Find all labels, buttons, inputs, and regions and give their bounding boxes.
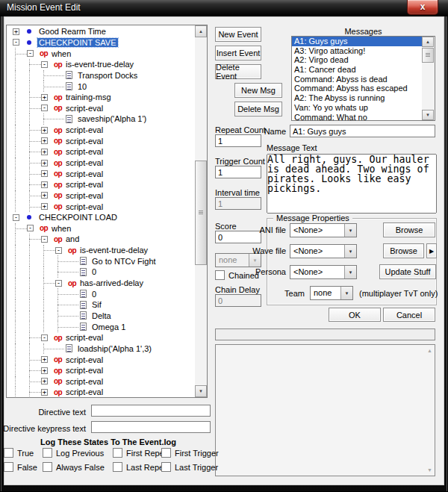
checkbox[interactable] — [4, 448, 13, 458]
tree-row[interactable]: +opscript-eval — [7, 190, 194, 202]
tree-node-label[interactable]: script-eval — [64, 147, 105, 156]
messages-scrollbar-thumb[interactable] — [422, 48, 434, 63]
tree-row[interactable]: Go to NTCv Fight — [7, 255, 194, 267]
expand-icon[interactable]: + — [41, 367, 48, 374]
log-checkbox-row[interactable]: Always False — [43, 462, 113, 472]
tree-node-label[interactable]: CHECKPOINT SAVE — [37, 38, 118, 47]
trigger-count-input[interactable] — [215, 166, 261, 178]
delete-event-button[interactable]: Delete Event — [215, 64, 261, 79]
insert-event-button[interactable]: Insert Event — [215, 46, 261, 60]
log-checkbox-row[interactable]: First Repeat — [113, 448, 161, 458]
cancel-button[interactable]: Cancel — [383, 308, 435, 322]
tree-row[interactable]: Transport Docks — [7, 70, 194, 81]
tree-node-label[interactable]: script-eval — [64, 387, 105, 396]
chevron-down-icon[interactable]: ▼ — [344, 266, 356, 278]
scroll-down-icon[interactable]: ▼ — [422, 110, 434, 120]
collapse-icon[interactable]: - — [27, 50, 34, 57]
tree-node-label[interactable]: script-eval — [64, 158, 105, 167]
tree-row[interactable]: +opscript-eval — [7, 387, 194, 397]
browse-ani-button[interactable]: Browse — [383, 222, 435, 237]
checkbox[interactable] — [43, 462, 52, 472]
collapse-icon[interactable]: - — [55, 247, 62, 254]
tree-node-label[interactable]: is-event-true-delay — [64, 60, 135, 69]
tree-row[interactable]: Omega 1 — [7, 321, 194, 332]
expand-icon[interactable]: + — [41, 356, 48, 363]
tree-row[interactable]: -opscript-eval — [7, 102, 194, 113]
checkbox[interactable] — [161, 462, 171, 472]
tree-row[interactable]: +opscript-eval — [7, 376, 194, 387]
message-list-item[interactable]: Command: Abyss is dead — [292, 75, 422, 84]
expand-icon[interactable]: + — [41, 127, 48, 134]
expand-icon[interactable]: + — [41, 181, 48, 188]
directive-keypress-input[interactable] — [91, 421, 211, 433]
checkbox[interactable] — [43, 448, 52, 458]
tree-node-label[interactable]: 0 — [90, 290, 98, 299]
tree-scrollbar[interactable]: ▲ ▼ — [195, 25, 208, 397]
tree-row[interactable]: -opis-event-true-delay — [7, 245, 194, 256]
new-event-button[interactable]: New Event — [215, 27, 261, 42]
expand-icon[interactable]: + — [41, 137, 48, 144]
tree-row[interactable]: Sif — [7, 299, 194, 311]
tree-row[interactable]: +opscript-eval — [7, 201, 194, 212]
message-list-item[interactable]: A1: Cancer dead — [292, 65, 422, 75]
message-list-item[interactable]: Command: Abyss has escaped — [292, 84, 422, 93]
log-checkbox-row[interactable]: Last Repeat — [113, 462, 161, 472]
tree-node-label[interactable]: script-eval — [64, 377, 105, 386]
chevron-down-icon[interactable]: ▼ — [344, 245, 356, 258]
wave-file-combo[interactable]: <None> ▼ — [290, 244, 357, 258]
tree-row[interactable]: +opscript-eval — [7, 158, 194, 169]
log-checkbox-row[interactable]: Log Previous — [43, 448, 113, 458]
tree-node-label[interactable]: loadship('Alpha 1',3) — [76, 344, 153, 353]
collapse-icon[interactable]: - — [13, 39, 19, 46]
messages-scrollbar[interactable]: ▲ ▼ — [422, 37, 435, 120]
expand-icon[interactable]: + — [41, 378, 48, 384]
scroll-up-icon[interactable]: ▲ — [195, 25, 207, 37]
expand-icon[interactable]: + — [41, 170, 48, 177]
checkbox[interactable] — [161, 448, 171, 458]
tree-node-label[interactable]: Omega 1 — [90, 323, 127, 331]
message-list-item[interactable]: Van: Yo yo whats up — [292, 103, 422, 113]
collapse-icon[interactable]: - — [27, 225, 34, 231]
message-name-input[interactable] — [290, 125, 435, 137]
ok-button[interactable]: OK — [329, 308, 381, 322]
message-list-item[interactable]: A2: The Abyss is running — [292, 93, 422, 103]
delete-msg-button[interactable]: Delete Msg — [234, 102, 282, 116]
tree-node-label[interactable]: when — [50, 224, 72, 233]
expand-icon[interactable]: + — [41, 160, 48, 166]
tree-node-label[interactable]: Go to NTCv Fight — [90, 257, 158, 266]
tree-node-label[interactable]: Sif — [90, 300, 103, 309]
tree-row[interactable]: 10 — [7, 81, 194, 92]
tree-node-label[interactable]: and — [64, 234, 81, 243]
collapse-icon[interactable]: - — [41, 105, 48, 111]
collapse-icon[interactable]: - — [41, 334, 48, 341]
tree-row[interactable]: +optraining-msg — [7, 92, 194, 103]
expand-icon[interactable]: + — [41, 149, 48, 155]
tree-node-label[interactable]: script-eval — [64, 333, 105, 342]
tree-node-label[interactable]: 10 — [76, 82, 88, 91]
scroll-down-icon[interactable]: ▼ — [195, 385, 207, 397]
browse-wave-button[interactable]: Browse — [383, 243, 424, 258]
tree-row[interactable]: -CHECKPOINT SAVE — [7, 37, 194, 49]
tree-node-label[interactable]: script-eval — [64, 366, 105, 375]
expand-icon[interactable]: + — [41, 192, 48, 199]
tree-row[interactable]: saveship('Alpha 1') — [7, 113, 194, 125]
tree-row[interactable]: +opscript-eval — [7, 179, 194, 190]
log-checkbox-row[interactable]: Last Trigger — [161, 462, 220, 472]
tree-row[interactable]: +Good Rearm Time — [7, 26, 194, 37]
tree-row[interactable]: +opscript-eval — [7, 146, 194, 158]
tree-node-label[interactable]: CHECKPOINT LOAD — [37, 213, 119, 222]
tree-row[interactable]: 0 — [7, 288, 194, 299]
tree-row[interactable]: +opscript-eval — [7, 168, 194, 179]
tree-row[interactable]: -opwhen — [7, 48, 194, 59]
message-text-area[interactable]: All right, guys. Our hauler is dead ahea… — [267, 154, 437, 214]
collapse-icon[interactable]: - — [13, 214, 19, 221]
scroll-up-icon[interactable]: ▲ — [422, 37, 434, 47]
tree-node-label[interactable]: saveship('Alpha 1') — [76, 114, 148, 123]
messages-list[interactable]: A1: Guys guysA3: Virgo attacking!A2: Vir… — [291, 36, 435, 121]
tree-row[interactable]: 0 — [7, 267, 194, 278]
tree-node-label[interactable]: has-arrived-delay — [78, 278, 145, 287]
tree-row[interactable]: +opscript-eval — [7, 354, 194, 365]
tree-node-label[interactable]: Transport Docks — [76, 71, 139, 80]
play-wave-icon[interactable]: ▶ — [426, 243, 437, 258]
directive-text-input[interactable] — [91, 405, 211, 417]
